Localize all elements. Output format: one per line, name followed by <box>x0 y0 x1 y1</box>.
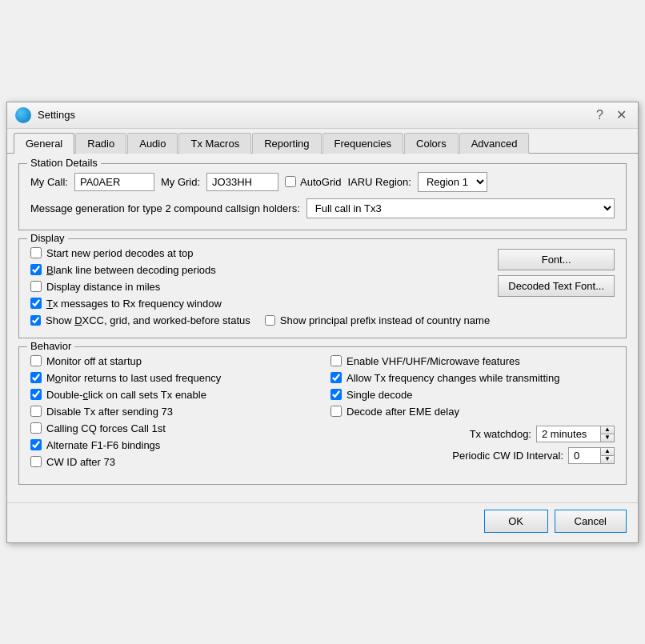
tab-advanced[interactable]: Advanced <box>459 133 530 154</box>
decode-eme-checkbox[interactable] <box>331 406 342 417</box>
display-section: Display Start new period decodes at top … <box>18 238 627 338</box>
check-monitor-returns: Monitor returns to last used frequency <box>30 372 314 384</box>
display-distance-label: Display distance in miles <box>46 281 160 293</box>
blank-line-checkbox[interactable] <box>30 264 42 275</box>
show-dxcc-label: Show DXCC, grid, and worked-before statu… <box>46 314 250 326</box>
allow-tx-checkbox[interactable] <box>331 372 342 383</box>
show-prefix-checkbox[interactable] <box>265 315 275 326</box>
station-details-section: Station Details My Call: My Grid: AutoGr… <box>18 163 627 230</box>
display-distance-checkbox[interactable] <box>30 281 42 292</box>
behavior-right: Enable VHF/UHF/Microwave features Allow … <box>331 355 615 473</box>
tx-messages-label: Tx messages to Rx frequency window <box>46 298 222 310</box>
tx-watchdog-label: Tx watchdog: <box>470 428 531 440</box>
message-row: Message generation for type 2 compound c… <box>30 198 615 218</box>
tx-messages-checkbox[interactable] <box>30 298 42 309</box>
blank-line-label: Blank line between decoding periods <box>46 264 216 276</box>
calling-cq-checkbox[interactable] <box>30 422 42 434</box>
my-grid-label: My Grid: <box>161 176 200 188</box>
allow-tx-label: Allow Tx frequency changes while transmi… <box>347 372 559 384</box>
check-display-distance: Display distance in miles <box>30 281 490 293</box>
check-cw-id: CW ID after 73 <box>30 456 314 468</box>
tx-watchdog-up-button[interactable]: ▲ <box>601 426 614 434</box>
font-button[interactable]: Font... <box>498 249 615 270</box>
periodic-cw-up-button[interactable]: ▲ <box>601 448 614 456</box>
tab-reporting[interactable]: Reporting <box>252 133 321 154</box>
tab-general[interactable]: General <box>14 133 74 154</box>
tx-watchdog-group: Tx watchdog: 2 minutes ▲ ▼ <box>470 426 615 442</box>
check-allow-tx: Allow Tx frequency changes while transmi… <box>331 372 615 384</box>
monitor-returns-checkbox[interactable] <box>30 372 42 383</box>
double-click-checkbox[interactable] <box>30 389 42 400</box>
tx-watchdog-spinner: 2 minutes ▲ ▼ <box>536 426 615 442</box>
single-decode-checkbox[interactable] <box>331 389 342 400</box>
check-blank-line: Blank line between decoding periods <box>30 264 490 276</box>
settings-window: Settings ? ✕ General Radio Audio Tx Macr… <box>6 102 639 543</box>
enable-vhf-checkbox[interactable] <box>331 355 342 366</box>
title-bar-left: Settings <box>15 107 75 123</box>
cw-id-checkbox[interactable] <box>30 456 42 467</box>
periodic-cw-label: Periodic CW ID Interval: <box>452 450 563 462</box>
message-gen-label: Message generation for type 2 compound c… <box>30 202 300 214</box>
display-buttons: Font... Decoded Text Font... <box>498 247 615 326</box>
autogrid-checkbox[interactable] <box>285 176 296 187</box>
title-bar: Settings ? ✕ <box>7 102 638 129</box>
decode-eme-label: Decode after EME delay <box>347 406 459 418</box>
app-icon <box>15 107 31 123</box>
iaru-region-select[interactable]: Region 1 Region 2 Region 3 <box>418 172 487 192</box>
tx-watchdog-down-button[interactable]: ▼ <box>601 434 614 442</box>
window-title: Settings <box>38 109 75 121</box>
ok-button[interactable]: OK <box>484 510 548 533</box>
display-label: Display <box>27 232 68 244</box>
autogrid-checkbox-item: AutoGrid <box>285 176 341 188</box>
tx-watchdog-spin-buttons: ▲ ▼ <box>600 426 615 442</box>
periodic-cw-down-button[interactable]: ▼ <box>601 456 614 463</box>
main-content: Station Details My Call: My Grid: AutoGr… <box>7 154 638 502</box>
alternate-f1-checkbox[interactable] <box>30 439 42 450</box>
message-select[interactable]: Full call in Tx3 Tx1 Tx2 <box>306 198 615 218</box>
disable-tx-label: Disable Tx after sending 73 <box>46 406 173 418</box>
call-grid-row: My Call: My Grid: AutoGrid IARU Region: … <box>30 172 615 192</box>
my-call-label: My Call: <box>30 176 68 188</box>
alternate-f1-label: Alternate F1-F6 bindings <box>46 439 160 451</box>
monitor-off-checkbox[interactable] <box>30 355 42 366</box>
behavior-grid: Monitor off at startup Monitor returns t… <box>30 355 615 473</box>
monitor-returns-label: Monitor returns to last used frequency <box>46 372 221 384</box>
check-disable-tx: Disable Tx after sending 73 <box>30 406 314 418</box>
single-decode-label: Single decode <box>347 389 412 401</box>
my-call-input[interactable] <box>74 173 154 191</box>
periodic-cw-spinner: 0 ▲ ▼ <box>568 447 615 464</box>
calling-cq-label: Calling CQ forces Call 1st <box>46 422 166 434</box>
tab-radio[interactable]: Radio <box>75 133 126 154</box>
close-button[interactable]: ✕ <box>613 109 630 122</box>
monitor-off-label: Monitor off at startup <box>46 355 142 367</box>
behavior-section: Behavior Monitor off at startup Monitor … <box>18 346 627 485</box>
show-dxcc-checkbox[interactable] <box>30 315 41 326</box>
display-layout: Start new period decodes at top Blank li… <box>30 247 615 326</box>
enable-vhf-label: Enable VHF/UHF/Microwave features <box>347 355 520 367</box>
station-details-label: Station Details <box>27 157 101 169</box>
check-decode-eme: Decode after EME delay <box>331 406 615 418</box>
disable-tx-checkbox[interactable] <box>30 406 42 417</box>
my-grid-input[interactable] <box>206 173 278 191</box>
behavior-left: Monitor off at startup Monitor returns t… <box>30 355 314 473</box>
decoded-text-font-button[interactable]: Decoded Text Font... <box>498 275 615 297</box>
periodic-cw-group: Periodic CW ID Interval: 0 ▲ ▼ <box>452 447 615 464</box>
tab-frequencies[interactable]: Frequencies <box>322 133 404 154</box>
double-click-label: Double-click on call sets Tx enable <box>46 389 206 401</box>
cancel-button[interactable]: Cancel <box>555 510 627 533</box>
periodic-cw-spin-buttons: ▲ ▼ <box>600 447 615 464</box>
behavior-label: Behavior <box>27 340 74 352</box>
tab-colors[interactable]: Colors <box>404 133 459 154</box>
show-dxcc-row: Show DXCC, grid, and worked-before statu… <box>30 314 490 326</box>
tab-audio[interactable]: Audio <box>127 133 178 154</box>
periodic-cw-input[interactable]: 0 <box>568 447 600 464</box>
help-button[interactable]: ? <box>593 109 607 122</box>
check-alternate-f1: Alternate F1-F6 bindings <box>30 439 314 451</box>
show-prefix-label: Show principal prefix instead of country… <box>280 314 490 326</box>
tx-watchdog-input[interactable]: 2 minutes <box>536 426 600 442</box>
check-monitor-off: Monitor off at startup <box>30 355 314 367</box>
footer: OK Cancel <box>7 502 638 542</box>
tab-tx-macros[interactable]: Tx Macros <box>178 133 251 154</box>
start-new-checkbox[interactable] <box>30 247 42 258</box>
check-enable-vhf: Enable VHF/UHF/Microwave features <box>331 355 615 367</box>
